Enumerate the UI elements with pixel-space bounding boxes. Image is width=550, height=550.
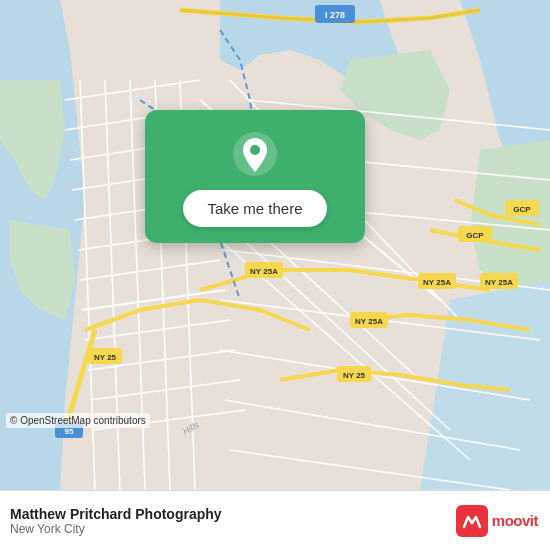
svg-text:NY 25A: NY 25A bbox=[485, 278, 513, 287]
svg-text:NY 25A: NY 25A bbox=[355, 317, 383, 326]
svg-text:NY 25: NY 25 bbox=[94, 353, 117, 362]
map-container[interactable]: I 278 NY 25 NY 25A NY 25A NY 25A NY 25 N… bbox=[0, 0, 550, 490]
moovit-logo: moovit bbox=[456, 505, 538, 537]
svg-text:GCP: GCP bbox=[466, 231, 484, 240]
location-card: Take me there bbox=[145, 110, 365, 243]
svg-text:95: 95 bbox=[65, 427, 74, 436]
svg-text:NY 25: NY 25 bbox=[343, 371, 366, 380]
take-me-there-button[interactable]: Take me there bbox=[183, 190, 326, 227]
svg-text:I 278: I 278 bbox=[325, 10, 345, 20]
svg-point-53 bbox=[250, 145, 260, 155]
location-city: New York City bbox=[10, 522, 222, 536]
location-name: Matthew Pritchard Photography bbox=[10, 506, 222, 522]
svg-text:NY 25A: NY 25A bbox=[423, 278, 451, 287]
svg-text:GCP: GCP bbox=[513, 205, 531, 214]
location-pin-icon bbox=[231, 130, 279, 178]
moovit-text: moovit bbox=[492, 512, 538, 529]
bottom-bar: Matthew Pritchard Photography New York C… bbox=[0, 490, 550, 550]
svg-text:NY 25A: NY 25A bbox=[250, 267, 278, 276]
osm-attribution: © OpenStreetMap contributors bbox=[6, 413, 150, 428]
moovit-icon-svg bbox=[456, 505, 488, 537]
location-info: Matthew Pritchard Photography New York C… bbox=[10, 506, 222, 536]
